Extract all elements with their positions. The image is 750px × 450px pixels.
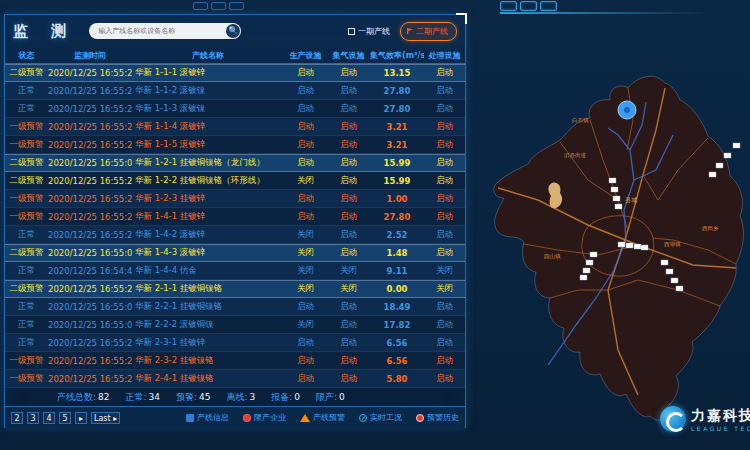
cell-gas: 启动 [327, 373, 370, 385]
search-input[interactable] [89, 27, 217, 35]
brand-logo: 力嘉科技 LEAGUE TECH [660, 406, 750, 432]
table-row[interactable]: 二级预警2020/12/25 16:55:24华新 1-1-1 滚镀锌启动启动1… [5, 64, 465, 82]
column-header: 集气效率(m³/s) [370, 50, 424, 61]
cell-status: 一级预警 [5, 373, 48, 385]
map-blue-marker-core [624, 107, 630, 113]
white-marker[interactable] [666, 269, 673, 274]
cell-prod: 启动 [284, 139, 327, 151]
white-marker[interactable] [609, 178, 616, 183]
white-marker[interactable] [618, 242, 625, 247]
white-marker[interactable] [661, 260, 668, 265]
cell-time: 2020/12/25 16:55:24 [48, 176, 132, 186]
cell-time: 2020/12/25 16:55:24 [48, 212, 132, 222]
cell-prod: 关闭 [284, 319, 327, 331]
white-marker[interactable] [634, 244, 641, 249]
search-icon[interactable]: 🔍 [226, 24, 240, 38]
cell-name: 华新 2-2-1 挂镀铜镍铬 [132, 301, 284, 313]
table-row[interactable]: 一级预警2020/12/25 16:55:24华新 2-4-1 挂镀镍铬启动启动… [5, 370, 465, 388]
white-marker[interactable] [709, 172, 716, 177]
legend-item[interactable]: 产线信息 [186, 412, 229, 423]
cell-gas: 启动 [327, 121, 370, 133]
page-button[interactable]: ▸ [75, 412, 87, 424]
white-marker[interactable] [590, 252, 597, 257]
white-marker[interactable] [733, 143, 740, 148]
legend-item[interactable]: 产线预警 [300, 412, 345, 423]
cell-prod: 关闭 [284, 247, 327, 259]
cell-gas: 启动 [327, 247, 370, 259]
table-row[interactable]: 一级预警2020/12/25 16:55:24华新 1-2-3 挂镀锌启动启动1… [5, 190, 465, 208]
cell-status: 一级预警 [5, 211, 48, 223]
cell-time: 2020/12/25 16:55:24 [48, 338, 132, 348]
cell-gas: 启动 [327, 301, 370, 313]
page-button[interactable]: 3 [27, 412, 39, 424]
table-row[interactable]: 一级预警2020/12/25 16:55:24华新 1-4-1 挂镀锌启动启动2… [5, 208, 465, 226]
cell-time: 2020/12/25 16:55:24 [48, 230, 132, 240]
cell-status: 正常 [5, 337, 48, 349]
page-button[interactable]: 2 [11, 412, 23, 424]
map-place-label: 县城 [625, 196, 637, 203]
cell-gas: 关闭 [327, 265, 370, 277]
cell-status: 正常 [5, 85, 48, 97]
panel-topbar: 监 测 🔍 一期产线 二期产线 [5, 15, 465, 47]
flag-icon [407, 28, 413, 34]
cell-treat: 启动 [424, 121, 465, 133]
cell-eff: 18.49 [370, 302, 424, 312]
cell-status: 一级预警 [5, 355, 48, 367]
search-box[interactable]: 🔍 [89, 23, 241, 39]
white-marker[interactable] [611, 187, 618, 192]
phase2-button[interactable]: 二期产线 [400, 22, 457, 41]
table-row[interactable]: 正常2020/12/25 16:55:04华新 2-2-2 滚镀铜镍关闭启动17… [5, 316, 465, 334]
legend-item[interactable]: 实时工况 [359, 412, 402, 423]
cell-prod: 启动 [284, 121, 327, 133]
white-marker[interactable] [716, 163, 723, 168]
cell-name: 华新 1-4-2 滚镀锌 [132, 229, 284, 241]
page-button[interactable]: 5 [59, 412, 71, 424]
cell-name: 华新 1-2-3 挂镀锌 [132, 193, 284, 205]
white-marker[interactable] [676, 286, 683, 291]
table-row[interactable]: 二级预警2020/12/25 16:55:04华新 1-4-3 滚镀锌关闭启动1… [5, 244, 465, 262]
white-marker[interactable] [671, 278, 678, 283]
white-marker[interactable] [641, 245, 648, 250]
cell-status: 正常 [5, 103, 48, 115]
cell-name: 华新 1-2-2 挂镀铜镍铬（环形线） [132, 175, 284, 187]
table-row[interactable]: 一级预警2020/12/25 16:55:24华新 1-1-5 滚镀锌启动启动3… [5, 136, 465, 154]
phase1-checkbox[interactable]: 一期产线 [348, 26, 390, 37]
white-marker[interactable] [626, 243, 633, 248]
footer-bar: 2345▸Last ▸ 产线信息限产企业产线预警实时工况预警历史 [5, 406, 465, 428]
table-rows: 二级预警2020/12/25 16:55:24华新 1-1-1 滚镀锌启动启动1… [5, 64, 465, 389]
white-marker[interactable] [724, 153, 731, 158]
column-header: 产线名称 [132, 50, 284, 61]
white-marker[interactable] [580, 275, 587, 280]
white-marker[interactable] [586, 260, 593, 265]
cell-status: 正常 [5, 319, 48, 331]
legend-item[interactable]: 限产企业 [243, 412, 286, 423]
cell-treat: 启动 [424, 157, 465, 169]
page-button[interactable]: 4 [43, 412, 55, 424]
cell-treat: 关闭 [424, 265, 465, 277]
table-row[interactable]: 正常2020/12/25 16:54:44华新 1-4-4 仿金关闭关闭9.11… [5, 262, 465, 280]
table-row[interactable]: 正常2020/12/25 16:55:24华新 1-1-2 滚镀镍启动启动27.… [5, 82, 465, 100]
table-row[interactable]: 二级预警2020/12/25 16:55:04华新 1-2-1 挂镀铜镍铬（龙门… [5, 154, 465, 172]
summary-item: 预警:45 [176, 391, 211, 404]
white-marker[interactable] [613, 196, 620, 201]
table-row[interactable]: 正常2020/12/25 16:55:24华新 2-3-1 挂镀锌启动启动6.5… [5, 334, 465, 352]
table-row[interactable]: 正常2020/12/25 16:55:24华新 1-1-3 滚镀镍启动启动27.… [5, 100, 465, 118]
checkbox-icon[interactable] [348, 28, 355, 35]
white-marker[interactable] [583, 268, 590, 273]
table-row[interactable]: 正常2020/12/25 16:55:24华新 1-4-2 滚镀锌关闭启动2.5… [5, 226, 465, 244]
table-row[interactable]: 一级预警2020/12/25 16:55:24华新 1-1-4 滚镀锌启动启动3… [5, 118, 465, 136]
table-row[interactable]: 二级预警2020/12/25 16:55:24华新 2-1-1 挂镀铜镍铬关闭关… [5, 280, 465, 298]
city-map[interactable]: 白石镇旧县街道县城西田乡西湖镇园山镇 [468, 40, 750, 450]
page-button[interactable]: Last ▸ [91, 412, 120, 424]
cell-treat: 启动 [424, 193, 465, 205]
legend-item[interactable]: 预警历史 [416, 412, 459, 423]
cell-status: 二级预警 [5, 283, 48, 295]
table-row[interactable]: 正常2020/12/25 16:55:04华新 2-2-1 挂镀铜镍铬启动启动1… [5, 298, 465, 316]
table-row[interactable]: 一级预警2020/12/25 16:55:24华新 2-3-2 挂镀镍铬启动启动… [5, 352, 465, 370]
cell-prod: 启动 [284, 355, 327, 367]
cell-treat: 启动 [424, 175, 465, 187]
cell-treat: 启动 [424, 103, 465, 115]
white-marker[interactable] [615, 204, 622, 209]
cell-eff: 2.52 [370, 230, 424, 240]
table-row[interactable]: 二级预警2020/12/25 16:55:24华新 1-2-2 挂镀铜镍铬（环形… [5, 172, 465, 190]
